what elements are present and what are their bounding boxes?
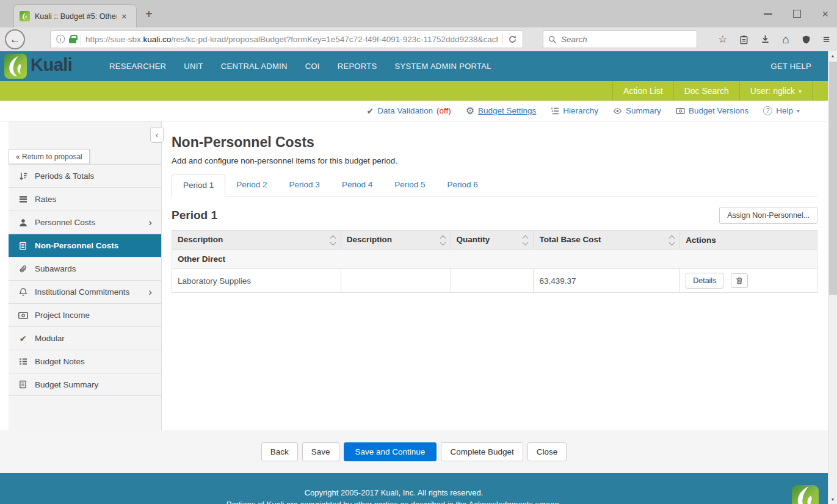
details-button[interactable]: Details (686, 273, 723, 289)
user-icon (18, 218, 28, 227)
sidebar-item-periods-totals[interactable]: Periods & Totals (9, 164, 161, 187)
sidebar-collapse-button[interactable]: ‹ (150, 127, 164, 143)
portal-bar: Action List Doc Search User: nglick ▾ (0, 81, 828, 101)
back-button[interactable]: ← (5, 29, 25, 49)
minimize-icon[interactable] (764, 13, 772, 15)
user-menu[interactable]: User: nglick ▾ (739, 81, 812, 101)
save-button[interactable]: Save (302, 442, 339, 461)
menu-hamburger-icon[interactable]: ≡ (823, 34, 830, 45)
summary-link[interactable]: Summary (613, 106, 661, 115)
budget-settings-label: Budget Settings (478, 106, 536, 115)
browser-tab[interactable]: Kuali :: Budget #5: Other Bud × (13, 4, 137, 27)
assign-non-personnel-button[interactable]: Assign Non-Personnel... (719, 207, 817, 224)
tab-period-3[interactable]: Period 3 (278, 175, 331, 196)
home-icon[interactable]: ⌂ (782, 34, 789, 45)
sort-icon[interactable] (331, 236, 335, 245)
reload-button[interactable] (502, 34, 517, 45)
sidebar-item-budget-notes[interactable]: Budget Notes (9, 350, 161, 373)
user-caret-down-icon: ▾ (799, 82, 802, 101)
sidebar-item-modular[interactable]: ✔ Modular (9, 326, 161, 350)
search-box[interactable] (543, 31, 697, 48)
nav-central-admin[interactable]: CENTRAL ADMIN (221, 62, 288, 71)
sidebar-item-label: Institutional Commitments (35, 287, 129, 297)
help-menu[interactable]: ? Help ▾ (763, 106, 800, 115)
downloads-icon[interactable] (761, 35, 770, 44)
main-nav: RESEARCHER UNIT CENTRAL ADMIN COI REPORT… (109, 51, 491, 81)
nav-researcher[interactable]: RESEARCHER (109, 62, 166, 71)
tab-period-2[interactable]: Period 2 (225, 175, 278, 196)
data-validation-link[interactable]: ✔ Data Validation (off) (367, 106, 451, 116)
sidebar-item-label: Periods & Totals (35, 171, 94, 181)
form-action-bar: Back Save Save and Continue Complete Bud… (0, 430, 828, 473)
url-separator (81, 34, 81, 45)
close-button[interactable]: Close (527, 442, 567, 461)
budget-toolbar: ✔ Data Validation (off) ⚙ Budget Setting… (0, 101, 828, 121)
page-scrollbar[interactable]: ▲ ▼ (828, 51, 837, 504)
scrollbar-up-arrow[interactable]: ▲ (828, 54, 837, 58)
search-icon (548, 35, 557, 44)
main-content: Non-Personnel Costs Add and configure no… (172, 121, 817, 293)
new-tab-button[interactable]: + (145, 8, 153, 20)
shield-icon[interactable] (802, 35, 811, 45)
sidebar-item-label: Rates (35, 195, 56, 204)
sort-amount-icon (18, 171, 28, 181)
hierarchy-link[interactable]: Hierarchy (551, 106, 598, 115)
tab-period-6[interactable]: Period 6 (436, 175, 488, 196)
lock-icon[interactable] (69, 38, 76, 43)
sidebar-item-personnel-costs[interactable]: Personnel Costs › (9, 211, 161, 234)
search-input[interactable] (561, 35, 692, 44)
gear-icon: ⚙ (466, 105, 474, 117)
sort-icon[interactable] (670, 236, 674, 245)
col-header-description[interactable]: Description (172, 231, 341, 250)
col-header-actions: Actions (680, 231, 817, 250)
sidebar-item-label: Budget Notes (35, 357, 85, 366)
table-row: Laboratory Supplies 63,439.37 Details (172, 269, 817, 293)
sidebar-item-institutional-commitments[interactable]: Institutional Commitments › (9, 280, 161, 303)
close-icon[interactable]: × (822, 9, 828, 20)
url-field[interactable]: ⓘ https://siue-sbx.kuali.co/res/kc-pd-kr… (50, 31, 523, 48)
col-header-quantity[interactable]: Quantity (451, 231, 534, 250)
doc-search-link[interactable]: Doc Search (673, 81, 739, 101)
clipboard-icon[interactable] (739, 35, 748, 45)
versions-icon (676, 107, 685, 115)
url-text[interactable]: https://siue-sbx.kuali.co/res/kc-pd-krad… (85, 35, 498, 44)
budget-versions-link[interactable]: Budget Versions (676, 106, 748, 115)
tab-period-5[interactable]: Period 5 (383, 175, 436, 196)
action-list-link[interactable]: Action List (612, 81, 673, 101)
save-and-continue-button[interactable]: Save and Continue (344, 442, 437, 461)
sidebar-item-project-income[interactable]: Project Income (9, 303, 161, 326)
return-to-proposal-button[interactable]: « Return to proposal (9, 149, 90, 164)
sort-icon[interactable] (441, 236, 445, 245)
page-info-icon[interactable]: ⓘ (56, 34, 65, 45)
tab-close-icon[interactable]: × (121, 12, 127, 21)
sidebar-item-subawards[interactable]: Subawards (9, 257, 161, 280)
sidebar-item-rates[interactable]: Rates (9, 187, 161, 211)
tab-period-4[interactable]: Period 4 (331, 175, 383, 196)
nav-system-admin-portal[interactable]: SYSTEM ADMIN PORTAL (394, 62, 491, 71)
sidebar-item-budget-summary[interactable]: Budget Summary (9, 373, 161, 396)
nav-reports[interactable]: REPORTS (338, 62, 377, 71)
nav-unit[interactable]: UNIT (184, 62, 203, 71)
acknowledgments-link[interactable]: Acknowledgments screen (468, 500, 559, 504)
help-label: Help (776, 106, 793, 115)
sidebar-item-non-personnel-costs[interactable]: Non-Personnel Costs (9, 234, 161, 257)
get-help-link[interactable]: GET HELP (771, 51, 811, 81)
brand-wordmark[interactable]: Kuali (31, 55, 72, 75)
bookmark-star-icon[interactable]: ☆ (718, 34, 727, 45)
nav-coi[interactable]: COI (305, 62, 320, 71)
sidebar-item-label: Modular (35, 334, 65, 343)
complete-budget-button[interactable]: Complete Budget (441, 442, 523, 461)
col-header-total-base-cost[interactable]: Total Base Cost (534, 231, 680, 250)
eye-icon (613, 107, 622, 115)
delete-button[interactable] (731, 273, 748, 288)
scrollbar-down-arrow[interactable]: ▼ (828, 497, 837, 502)
budget-settings-link[interactable]: ⚙ Budget Settings (466, 105, 537, 117)
sort-icon[interactable] (523, 236, 527, 245)
page-subtitle: Add and configure non-personnel items fo… (172, 156, 817, 165)
col-header-description-2[interactable]: Description (341, 231, 451, 250)
maximize-icon[interactable] (793, 10, 801, 18)
tab-period-1[interactable]: Period 1 (172, 175, 225, 196)
back-button[interactable]: Back (261, 442, 298, 461)
scrollbar-thumb[interactable] (829, 62, 837, 295)
sidebar-item-label: Budget Summary (35, 380, 98, 389)
